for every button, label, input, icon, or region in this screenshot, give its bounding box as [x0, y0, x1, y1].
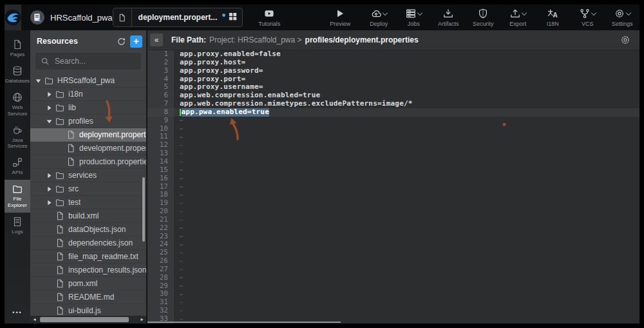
open-file-tab[interactable]: deployment.propert...	[113, 8, 243, 27]
code-line-7[interactable]: 7app.web.compression.mimetypes.excludePa…	[147, 100, 639, 108]
tree-item-dataobjects-json[interactable]: dataObjects.json	[30, 223, 146, 236]
topbar-tutorials-button[interactable]: Tutorials	[252, 5, 287, 30]
topbar-export-button[interactable]: Export	[500, 5, 535, 30]
code-line-29[interactable]: 29	[147, 282, 639, 291]
databases-icon	[12, 66, 23, 76]
tree-item-file-map-readme-txt[interactable]: file_map_readme.txt	[30, 250, 146, 264]
editor-horizontal-scrollbar[interactable]	[147, 322, 341, 323]
sidebar-item-pages[interactable]: Pages	[5, 35, 30, 62]
tree-item-build-xml[interactable]: build.xml	[30, 209, 146, 223]
add-resource-button[interactable]: +	[130, 35, 142, 48]
code-line-12[interactable]: 12	[147, 141, 639, 150]
project-switcher[interactable]: HRScaffold_pwa	[21, 5, 113, 30]
code-line-9[interactable]: 9	[147, 117, 639, 125]
code-line-23[interactable]: 23	[147, 233, 639, 241]
caret-down-icon[interactable]	[35, 77, 44, 84]
topbar-security-button[interactable]: Security	[466, 5, 500, 30]
editor-settings-gear-icon[interactable]	[620, 35, 630, 45]
search-input[interactable]	[53, 56, 133, 66]
topbar-preview-button[interactable]: Preview	[323, 5, 357, 30]
tree-item-dependencies-json[interactable]: dependencies.json	[30, 236, 146, 250]
code-text	[174, 290, 183, 298]
chevron-down-icon	[383, 10, 388, 15]
code-line-8[interactable]: 8app.pwa.enabled=true	[147, 108, 639, 117]
sidebar-item-web-services[interactable]: Web Services	[5, 88, 30, 121]
scroll-right-icon[interactable]: ▸	[138, 316, 146, 323]
topbar-settings-button[interactable]: Settings	[605, 5, 639, 30]
tree-item-label: ui-build.js	[68, 306, 101, 315]
rail-overflow-button[interactable]: •••	[12, 309, 22, 316]
tree-item-lib[interactable]: lib	[30, 101, 146, 115]
topbar-i18n-button[interactable]: AI18N	[535, 5, 570, 30]
code-line-16[interactable]: 16	[147, 175, 639, 183]
code-line-19[interactable]: 19	[147, 199, 639, 207]
caret-right-icon[interactable]	[46, 104, 55, 111]
code-line-30[interactable]: 30	[147, 290, 639, 298]
sidebar-item-file-explorer[interactable]: File Explorer	[5, 180, 30, 212]
tree-item-i18n[interactable]: i18n	[30, 88, 146, 101]
code-line-22[interactable]: 22	[147, 224, 639, 233]
tree-item-services[interactable]: services	[30, 169, 146, 182]
code-line-26[interactable]: 26	[147, 257, 639, 265]
topbar-artifacts-button[interactable]: Artifacts	[431, 5, 466, 30]
main-area: PagesDatabasesWeb ServicesJava ServicesA…	[5, 30, 639, 323]
tree-item-ui-build-js[interactable]: ui-build.js	[30, 304, 146, 316]
caret-right-icon[interactable]	[46, 172, 55, 178]
caret-down-icon[interactable]	[46, 118, 55, 124]
tree-item-production-properties[interactable]: production.properties	[30, 155, 146, 169]
topbar-vcs-button[interactable]: VCS	[570, 5, 605, 30]
code-line-28[interactable]: 28	[147, 274, 639, 282]
search-box[interactable]	[35, 53, 141, 70]
caret-right-icon[interactable]	[46, 199, 55, 206]
code-line-3[interactable]: 3app.proxy.password=	[147, 67, 639, 75]
code-editor[interactable]: 1app.proxy.enabled=false2app.proxy.host=…	[147, 50, 639, 323]
tree-item-test[interactable]: test	[30, 196, 146, 209]
code-line-31[interactable]: 31	[147, 298, 639, 307]
sidebar-item-label: Logs	[5, 229, 30, 235]
tree-item-pom-xml[interactable]: pom.xml	[30, 277, 146, 291]
tree-item-hrscaffold-pwa[interactable]: HRScaffold_pwa	[30, 74, 146, 88]
code-line-14[interactable]: 14	[147, 158, 639, 166]
tree-item-readme-md[interactable]: README.md	[30, 291, 146, 304]
tree-vertical-scrollbar[interactable]	[142, 177, 145, 242]
tree-horizontal-scrollbar[interactable]: ◂ ▸	[30, 316, 146, 323]
tree-item-profiles[interactable]: profiles	[30, 115, 146, 128]
code-line-18[interactable]: 18	[147, 191, 639, 199]
caret-right-icon[interactable]	[46, 91, 55, 97]
empty-line-mark	[180, 227, 183, 229]
code-line-11[interactable]: 11	[147, 133, 639, 141]
folder-icon	[12, 184, 23, 194]
tree-item-inspection-results-json[interactable]: inspection_results.json	[30, 264, 146, 277]
code-line-15[interactable]: 15	[147, 166, 639, 175]
scrollbar-thumb[interactable]	[40, 317, 129, 322]
scroll-left-icon[interactable]: ◂	[30, 316, 39, 323]
code-line-1[interactable]: 1app.proxy.enabled=false	[147, 50, 639, 59]
tree-item-src[interactable]: src	[30, 182, 146, 196]
sidebar-item-java-services[interactable]: Java Services	[5, 121, 30, 153]
code-line-27[interactable]: 27	[147, 265, 639, 274]
code-line-20[interactable]: 20	[147, 207, 639, 216]
code-line-10[interactable]: 10	[147, 125, 639, 133]
sidebar-item-databases[interactable]: Databases	[5, 62, 30, 88]
topbar-jobs-button[interactable]: Jobs	[396, 5, 431, 30]
collapse-panel-button[interactable]: «	[150, 34, 163, 46]
code-line-25[interactable]: 25	[147, 249, 639, 257]
app-logo[interactable]	[5, 5, 21, 30]
tree-item-deployment-properties[interactable]: deployment.properties	[30, 128, 146, 142]
tree-item-development-properties[interactable]: development.properties	[30, 142, 146, 155]
code-line-13[interactable]: 13	[147, 150, 639, 158]
code-line-21[interactable]: 21	[147, 216, 639, 224]
sidebar-item-logs[interactable]: Logs	[5, 213, 30, 239]
sidebar-item-apis[interactable]: APIs	[5, 153, 30, 180]
caret-right-icon[interactable]	[46, 186, 55, 192]
topbar-deploy-button[interactable]: Deploy	[361, 5, 396, 30]
code-line-2[interactable]: 2app.proxy.host=	[147, 59, 639, 67]
code-line-32[interactable]: 32	[147, 307, 639, 315]
refresh-icon[interactable]	[117, 37, 126, 46]
file-icon	[113, 8, 132, 26]
file-path-label: File Path:	[171, 35, 206, 44]
tab-grid-icon[interactable]	[228, 12, 238, 24]
tree-item-label: src	[68, 184, 79, 193]
code-line-24[interactable]: 24	[147, 240, 639, 249]
code-line-17[interactable]: 17	[147, 183, 639, 191]
